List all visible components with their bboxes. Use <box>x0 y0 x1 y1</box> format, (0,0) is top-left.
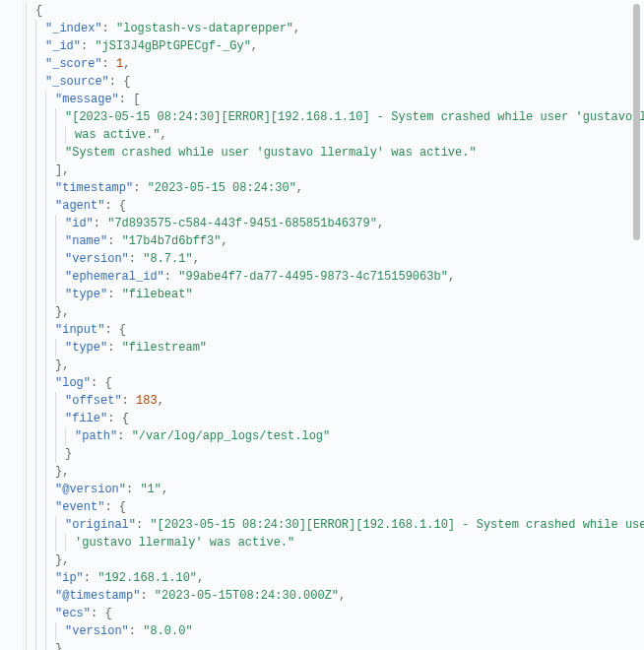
token-colon: : <box>104 500 118 514</box>
code-line: "@timestamp": "2023-05-15T08:24:30.000Z"… <box>26 587 644 605</box>
indent-guide <box>35 126 45 144</box>
indent-guide <box>45 162 55 179</box>
code-line: "timestamp": "2023-05-15 08:24:30", <box>26 179 644 197</box>
indent-guide <box>35 392 45 410</box>
token-brace: { <box>119 500 126 514</box>
token-brace: { <box>104 607 111 620</box>
token-key: "@timestamp" <box>55 589 140 603</box>
indent-guide <box>45 108 55 126</box>
token-num: 183 <box>136 394 158 408</box>
indent-guide <box>26 392 35 410</box>
indent-guide <box>65 427 75 445</box>
indent-guide <box>35 73 45 91</box>
token-comma: , <box>293 22 300 35</box>
indent-guide <box>45 410 55 427</box>
token-comma: , <box>221 234 227 248</box>
code-line: }, <box>26 640 644 650</box>
indent-guide <box>45 392 55 410</box>
indent-guide <box>45 357 55 374</box>
indent-guide <box>35 197 45 215</box>
vertical-scrollbar[interactable] <box>633 4 640 240</box>
code-line: "original": "[2023-05-15 08:24:30][ERROR… <box>26 516 644 534</box>
code-line: "message": [ <box>26 91 644 108</box>
token-colon: : <box>164 270 178 284</box>
indent-guide <box>45 445 55 463</box>
indent-guide <box>55 622 65 640</box>
token-colon: : <box>81 39 95 53</box>
token-colon: : <box>91 607 104 620</box>
token-colon: : <box>102 22 116 35</box>
indent-guide <box>35 339 45 357</box>
token-colon: : <box>91 376 104 390</box>
code-line: "path": "/var/log/app_logs/test.log" <box>26 427 644 445</box>
indent-guide <box>35 357 45 374</box>
indent-guide <box>35 640 45 650</box>
code-line: "System crashed while user 'gustavo ller… <box>26 144 644 162</box>
indent-guide <box>45 481 55 498</box>
code-line: "file": { <box>26 410 644 427</box>
indent-guide <box>26 569 35 587</box>
token-key: "ecs" <box>55 607 91 620</box>
token-comma: , <box>62 465 69 479</box>
token-comma: , <box>161 483 168 496</box>
indent-guide <box>26 55 35 73</box>
indent-guide <box>35 91 45 108</box>
token-comma: , <box>62 642 69 650</box>
token-colon: : <box>104 199 118 213</box>
indent-guide <box>45 126 55 144</box>
indent-guide <box>26 552 35 569</box>
indent-guide <box>26 321 35 339</box>
token-key: "ephemeral_id" <box>65 270 164 284</box>
indent-guide <box>55 445 65 463</box>
indent-guide <box>35 569 45 587</box>
indent-guide <box>26 232 35 250</box>
token-str: was active." <box>75 128 160 142</box>
token-str: "jSI3J4gBPtGPECgf-_Gy" <box>95 39 250 53</box>
indent-guide <box>26 534 35 552</box>
token-brace: { <box>119 199 126 213</box>
code-line: }, <box>26 357 644 374</box>
indent-guide <box>45 463 55 481</box>
token-comma: , <box>62 305 69 319</box>
token-colon: : <box>107 288 121 301</box>
code-line: "_index": "logstash-vs-dataprepper", <box>26 20 644 37</box>
token-key: "_source" <box>45 75 109 89</box>
indent-guide <box>45 552 55 569</box>
indent-guide <box>26 339 35 357</box>
indent-guide <box>45 215 55 232</box>
indent-guide <box>26 587 35 605</box>
indent-guide <box>35 55 45 73</box>
indent-guide <box>26 463 35 481</box>
token-str: "17b4b7d6bff3" <box>122 234 222 248</box>
indent-guide <box>26 622 35 640</box>
indent-guide <box>65 126 75 144</box>
indent-guide <box>35 374 45 392</box>
code-line: "version": "8.7.1", <box>26 250 644 268</box>
token-key: "version" <box>65 624 129 638</box>
code-line: "input": { <box>26 321 644 339</box>
token-colon: : <box>129 624 143 638</box>
indent-guide <box>45 197 55 215</box>
indent-guide <box>26 91 35 108</box>
indent-guide <box>26 108 35 126</box>
token-comma: , <box>193 252 200 266</box>
token-key: "type" <box>65 341 107 355</box>
indent-guide <box>26 73 35 91</box>
indent-guide <box>55 410 65 427</box>
indent-guide <box>26 374 35 392</box>
token-key: "original" <box>65 518 136 532</box>
token-brace: { <box>104 376 111 390</box>
indent-guide <box>55 126 65 144</box>
token-colon: : <box>117 429 131 443</box>
indent-guide <box>45 250 55 268</box>
indent-guide <box>55 215 65 232</box>
token-key: "input" <box>55 323 104 337</box>
indent-guide <box>55 339 65 357</box>
indent-guide <box>45 321 55 339</box>
token-key: "ip" <box>55 571 84 585</box>
indent-guide <box>35 286 45 303</box>
indent-guide <box>26 126 35 144</box>
code-line: "event": { <box>26 498 644 516</box>
token-key: "version" <box>65 252 129 266</box>
indent-guide <box>35 37 45 55</box>
